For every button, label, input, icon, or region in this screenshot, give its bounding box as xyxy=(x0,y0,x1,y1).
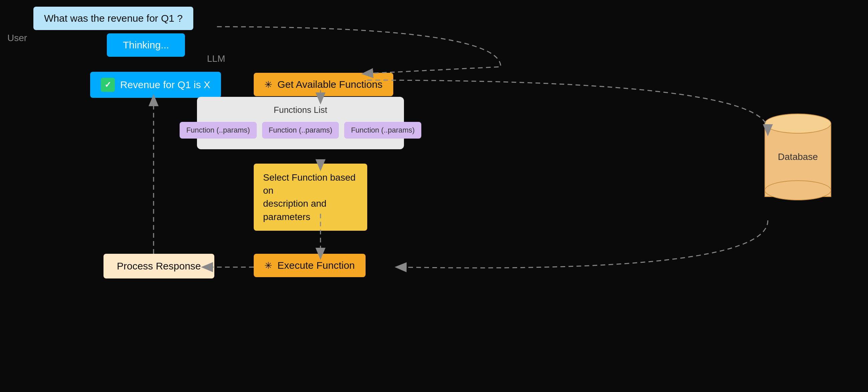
arrow-getfunctions-to-db xyxy=(367,80,768,130)
check-icon xyxy=(101,78,115,92)
database-cylinder: Database xyxy=(765,114,831,200)
execute-spin-icon: ✳ xyxy=(265,260,272,271)
database-shape: Database xyxy=(754,103,841,210)
functions-list-container: Functions List Function (..params) Funct… xyxy=(197,97,404,149)
database-bottom xyxy=(765,180,831,200)
revenue-response-box: Revenue for Q1 is X xyxy=(90,72,221,98)
function-chip-1: Function (..params) xyxy=(180,122,257,139)
get-functions-text: Get Available Functions xyxy=(277,79,382,90)
thinking-box: Thinking... xyxy=(107,33,185,57)
process-response-box: Process Response xyxy=(103,254,214,278)
execute-function-text: Execute Function xyxy=(277,260,355,271)
user-query-box: What was the revenue for Q1 ? xyxy=(33,7,193,30)
diagram-container: User LLM What was the revenue for Q1 ? T… xyxy=(0,0,868,392)
revenue-response-text: Revenue for Q1 is X xyxy=(120,79,210,90)
get-functions-box: ✳ Get Available Functions xyxy=(254,73,393,96)
select-function-box: Select Function based ondescription and … xyxy=(254,163,367,231)
functions-list-title: Functions List xyxy=(206,105,395,115)
function-chip-3: Function (..params) xyxy=(344,122,421,139)
arrow-db-to-execute xyxy=(401,220,768,268)
arrow-query-to-functions xyxy=(217,27,501,73)
function-chip-2: Function (..params) xyxy=(262,122,339,139)
database-label: Database xyxy=(778,152,818,162)
functions-list-items: Function (..params) Function (..params) … xyxy=(206,122,395,139)
llm-label: LLM xyxy=(207,54,225,64)
user-label: User xyxy=(7,33,27,43)
arrows-svg xyxy=(0,0,868,392)
database-top xyxy=(765,114,831,133)
execute-function-box: ✳ Execute Function xyxy=(254,254,366,277)
spin-icon: ✳ xyxy=(265,79,272,90)
